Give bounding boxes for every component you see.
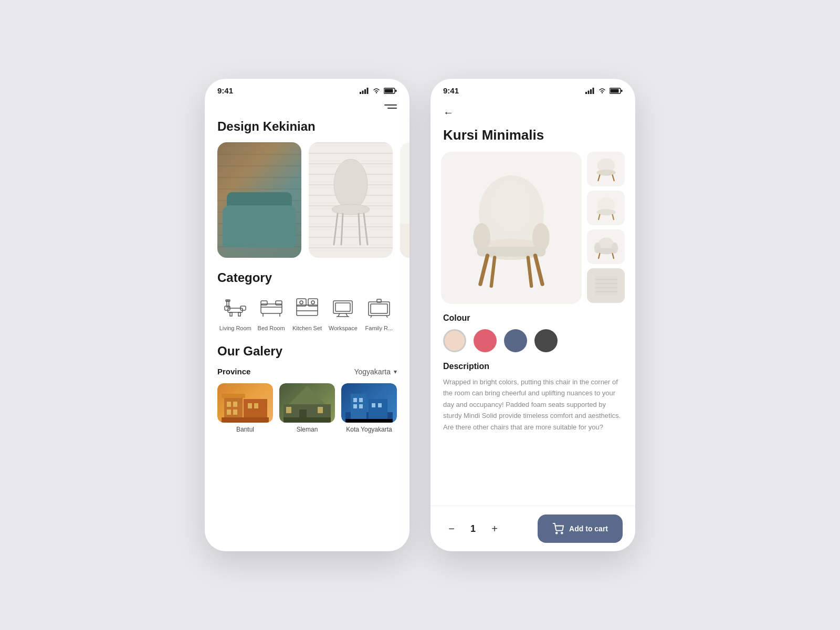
svg-rect-13: [400, 224, 410, 258]
category-grid: Living Room Bed Room: [217, 293, 397, 331]
product-images-area: [430, 152, 635, 304]
signal-icon: [360, 88, 369, 94]
svg-rect-0: [360, 92, 361, 94]
svg-line-91: [535, 256, 542, 285]
svg-line-108: [612, 254, 613, 258]
bantul-building: [217, 383, 273, 423]
colour-title: Colour: [443, 313, 623, 323]
svg-line-9: [334, 214, 338, 245]
svg-line-44: [338, 313, 340, 317]
svg-rect-73: [353, 404, 357, 408]
menu-button[interactable]: [205, 99, 410, 114]
thumb-2[interactable]: [587, 191, 625, 225]
menu-line-2: [387, 108, 397, 109]
qty-number: 1: [470, 523, 476, 534]
desc-text: Wrapped in bright colors, putting this c…: [443, 376, 623, 433]
product-main-image[interactable]: [441, 152, 582, 304]
cards-row: [217, 142, 397, 258]
thumb-svg-4: [592, 272, 621, 299]
svg-line-10: [364, 214, 368, 245]
svg-line-93: [528, 257, 531, 286]
thumb-3[interactable]: [587, 229, 625, 264]
svg-rect-27: [238, 312, 240, 316]
featured-card-minimal[interactable]: [400, 142, 410, 258]
province-select[interactable]: Yogyakarta ▾: [354, 368, 397, 376]
svg-rect-58: [233, 410, 237, 415]
back-button[interactable]: ←: [430, 99, 635, 123]
gallery-kota-yogyakarta[interactable]: Kota Yogyakarta: [341, 383, 397, 433]
qty-control: − 1 +: [443, 520, 538, 537]
battery-icon-2: [610, 88, 623, 94]
kota-label: Kota Yogyakarta: [341, 426, 397, 433]
featured-card-chair[interactable]: [309, 142, 393, 258]
chevron-down-icon: ▾: [394, 368, 397, 375]
svg-rect-26: [230, 312, 232, 316]
svg-rect-74: [359, 404, 363, 408]
cat-bed-room-label: Bed Room: [258, 325, 285, 331]
cat-kitchen-set[interactable]: Kitchen Set: [289, 293, 325, 331]
gallery-bantul[interactable]: Bantul: [217, 383, 273, 433]
svg-rect-55: [227, 402, 231, 407]
bottom-bar: − 1 + Add to cart: [430, 506, 635, 551]
cat-living-room-label: Living Room: [219, 325, 251, 331]
svg-rect-59: [248, 403, 252, 408]
status-bar-1: 9:41: [205, 79, 410, 99]
svg-point-40: [311, 301, 314, 304]
svg-rect-69: [351, 394, 366, 423]
qty-plus-button[interactable]: +: [486, 520, 503, 537]
cat-bed-room[interactable]: Bed Room: [253, 293, 289, 331]
svg-rect-43: [335, 303, 350, 311]
cat-family-label: Family R...: [365, 325, 393, 331]
svg-rect-76: [378, 403, 382, 407]
svg-line-12: [359, 214, 360, 245]
featured-card-sofa[interactable]: [217, 142, 301, 258]
cat-family[interactable]: Family R...: [361, 293, 397, 331]
cat-living-room[interactable]: Living Room: [217, 293, 253, 331]
qty-minus-button[interactable]: −: [443, 520, 460, 537]
svg-rect-60: [254, 403, 258, 408]
thumb-1[interactable]: [587, 152, 625, 186]
sofa-seat: [223, 205, 296, 247]
svg-rect-65: [286, 407, 291, 413]
thumb-svg-1: [592, 156, 621, 182]
thumb-4[interactable]: [587, 268, 625, 303]
thumb-svg-3: [592, 234, 621, 260]
svg-rect-3: [367, 88, 369, 94]
svg-line-97: [598, 175, 600, 181]
svg-point-115: [561, 532, 563, 534]
bed-room-icon: [258, 293, 285, 321]
gallery-sleman[interactable]: Sleman: [279, 383, 335, 433]
menu-line-1: [384, 104, 397, 106]
colour-dots: [443, 329, 623, 352]
signal-icon-2: [585, 88, 595, 94]
svg-rect-83: [621, 90, 623, 92]
svg-rect-78: [585, 92, 587, 94]
colour-dark[interactable]: [534, 329, 558, 352]
colour-blue[interactable]: [504, 329, 527, 352]
cat-kitchen-label: Kitchen Set: [292, 325, 322, 331]
workspace-icon: [329, 293, 356, 321]
colour-section: Colour: [430, 304, 635, 352]
colour-pink[interactable]: [474, 329, 497, 352]
svg-rect-6: [385, 89, 393, 92]
svg-rect-5: [395, 90, 397, 92]
svg-rect-71: [353, 398, 357, 402]
svg-point-114: [556, 532, 558, 534]
svg-rect-36: [297, 305, 318, 316]
colour-cream[interactable]: [443, 329, 466, 352]
family-icon: [365, 293, 393, 321]
status-icons-1: [360, 88, 397, 94]
kitchen-set-icon: [293, 293, 321, 321]
sleman-label: Sleman: [279, 426, 335, 433]
svg-rect-67: [284, 417, 331, 423]
cat-workspace[interactable]: Workspace: [325, 293, 361, 331]
add-to-cart-button[interactable]: Add to cart: [538, 514, 623, 543]
province-label: Province: [217, 367, 250, 376]
kota-image: [341, 383, 397, 423]
status-icons-2: [585, 88, 623, 94]
svg-rect-72: [359, 398, 363, 402]
svg-rect-2: [364, 89, 366, 94]
svg-line-11: [341, 214, 343, 245]
screen1: 9:41 Design Kekinian: [205, 79, 410, 551]
sleman-building: [279, 383, 335, 423]
